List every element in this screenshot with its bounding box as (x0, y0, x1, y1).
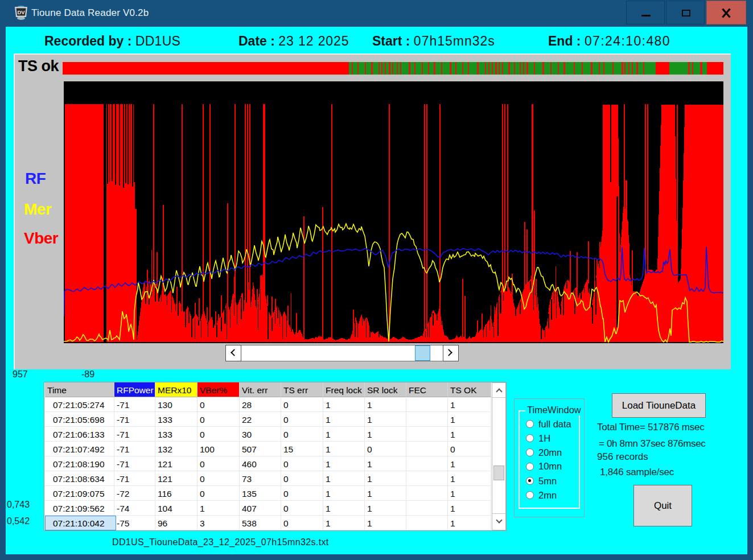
svg-text:DV: DV (18, 9, 26, 15)
